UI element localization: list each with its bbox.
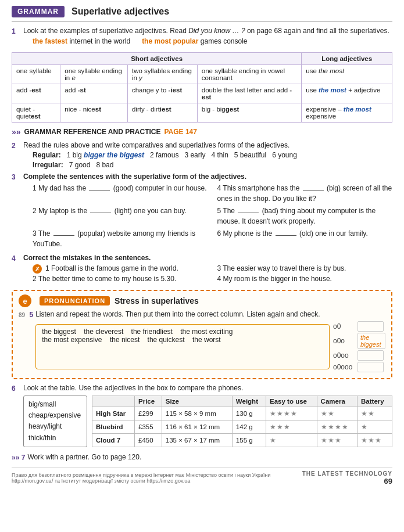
blank[interactable] (276, 235, 296, 236)
phone-row: High Star £299 115 × 58 × 9 mm 130 g ★★★… (92, 407, 392, 420)
cell: one syllable ending in e (60, 65, 128, 84)
phone-model: Bluebird (92, 420, 135, 433)
regular-item: 1 big bigger the biggest 2 famous 3 earl… (67, 151, 297, 159)
stress-box (357, 350, 384, 361)
stress-columns: o0 o0o the biggest o0oo (333, 321, 385, 372)
sent-num: 2 (33, 207, 38, 215)
example2-rest: games console (201, 37, 248, 45)
section7-text: Work with a partner. Go to page 120. (27, 453, 141, 461)
sentence-4: 4 This smartphone has the (big) screen o… (217, 183, 393, 204)
cell: two syllables ending in y (127, 65, 197, 84)
section-1-num: 1 (12, 27, 21, 35)
section1-text: Look at the examples of superlative adje… (23, 27, 389, 35)
example1-rest: internet in the world (69, 37, 140, 45)
phone-camera: ★★ (317, 407, 357, 420)
mistake-1: ✗ 1 Football is the famous game in the w… (33, 264, 208, 274)
cell: big - biggest (197, 103, 301, 123)
grammar-ref-arrow: »» (12, 127, 21, 136)
footer-tag: THE LATEST TECHNOLOGY (302, 470, 392, 477)
section-5-num: 89 5 (19, 311, 33, 319)
phone-size: 135 × 67 × 17 mm (162, 433, 232, 447)
page-footer: Право для безоплатного розміщення підруч… (12, 468, 392, 486)
pron-header: e PRONUNCIATION Stress in superlatives (19, 294, 385, 307)
table-row: one syllable one syllable ending in e tw… (12, 65, 392, 84)
pron-instruction: Listen and repeat the words. Then put th… (35, 310, 320, 318)
short-adj-header: Short adjectives (12, 53, 302, 65)
sent-num: 1 (33, 184, 38, 192)
adjectives-list: Regular: 1 big bigger the biggest 2 famo… (33, 151, 392, 159)
stress-box (357, 362, 384, 372)
section-6: 6 Look at the table. Use the adjectives … (12, 384, 392, 451)
word: the most expensive the nicest the quicke… (42, 336, 220, 344)
stress-row-3: o0oo (333, 350, 385, 361)
cell: one syllable ending in vowel consonant (197, 65, 301, 84)
adj-box: big/small cheap/expensive heavy/light th… (23, 396, 87, 447)
stress-box: the biggest (357, 333, 385, 349)
section-1: 1 Look at the examples of superlative ad… (12, 27, 392, 50)
phone-model: High Star (92, 407, 135, 420)
phone-model: Cloud 7 (92, 433, 135, 447)
stress-value: the biggest (360, 334, 381, 348)
sentence-3: 3 The (popular) website among my friends… (33, 228, 208, 249)
grammar-ref: »» GRAMMAR REFERENCE AND PRACTICE PAGE 1… (12, 127, 392, 136)
sent-num: 4 (217, 184, 223, 192)
phone-easy: ★★★★ (266, 407, 317, 420)
phone-battery: ★ (357, 420, 392, 433)
col-header: Easy to use (266, 396, 317, 407)
table-row: quiet - quietest nice - nicest dirty - d… (12, 103, 392, 123)
sentences-grid: 1 My dad has the (good) computer in our … (33, 183, 392, 249)
phone-easy: ★★★ (266, 420, 317, 433)
phone-easy: ★ (266, 433, 317, 447)
blank[interactable] (303, 190, 324, 190)
stress-label: o0 (333, 322, 355, 330)
blank[interactable] (238, 213, 259, 213)
phone-price: £299 (134, 407, 162, 420)
sent-num: 6 (217, 229, 223, 238)
audio-num: 89 (19, 312, 25, 318)
example2: the most popular (142, 37, 198, 45)
cell: double the last letter and add -est (197, 84, 301, 103)
phones-table: Price Size Weight Easy to use Camera Bat… (92, 396, 392, 447)
footer-url: http://mon.gov.ua/ та Інститут модерніза… (12, 478, 271, 484)
cell: change y to -iest (127, 84, 197, 103)
pron-num: 5 (29, 311, 33, 319)
mistake-4: 4 My room is the bigger in the house. (217, 275, 393, 283)
phone-weight: 142 g (232, 420, 266, 433)
phone-price: £355 (134, 420, 162, 433)
cell: expensive – the most expensive (302, 103, 392, 123)
cell: one syllable (12, 65, 60, 84)
phone-weight: 155 g (232, 433, 266, 447)
cell: quiet - quietest (12, 103, 60, 123)
words-box: the biggest the cleverest the friendlies… (35, 324, 330, 369)
irregular-line: Irregular: 7 good 8 bad (33, 161, 392, 169)
blank[interactable] (53, 235, 74, 236)
adj-item: big/small (28, 399, 82, 410)
section-7-num: »» 7 (12, 454, 25, 462)
sentence-1: 1 My dad has the (good) computer in our … (33, 183, 208, 204)
col-header: Size (162, 396, 232, 407)
grammar-badge: GRAMMAR (12, 6, 65, 17)
grammar-title: Superlative adjectives (71, 6, 169, 17)
footer-left: Право для безоплатного розміщення підруч… (12, 472, 271, 484)
section-7-numeral: 7 (22, 454, 26, 462)
footer-text1: Право для безоплатного розміщення підруч… (12, 472, 271, 478)
phone-size: 115 × 58 × 9 mm (162, 407, 232, 420)
blank[interactable] (89, 190, 110, 190)
cell: add -est (12, 84, 60, 103)
grammar-ref-label: GRAMMAR REFERENCE AND PRACTICE (24, 128, 161, 136)
stress-box (357, 321, 384, 332)
sentence-6: 6 My phone is the (old) one in our famil… (217, 228, 393, 249)
grammar-ref-page: PAGE 147 (164, 128, 196, 136)
section2-text: Read the rules above and write comparati… (23, 141, 289, 149)
stress-row-1: o0 (333, 321, 385, 332)
section6-text: Look at the table. Use the adjectives in… (23, 384, 243, 392)
stress-label: o0oo (333, 351, 355, 360)
sent-num: 3 (33, 229, 38, 238)
col-header (92, 396, 135, 407)
blank[interactable] (90, 213, 111, 213)
cell: add -st (60, 84, 128, 103)
grammar-table: Short adjectives Long adjectives one syl… (12, 52, 392, 123)
col-header: Weight (232, 396, 266, 407)
phone-camera: ★★★★ (317, 420, 357, 433)
stress-label: o0ooo (333, 363, 355, 371)
